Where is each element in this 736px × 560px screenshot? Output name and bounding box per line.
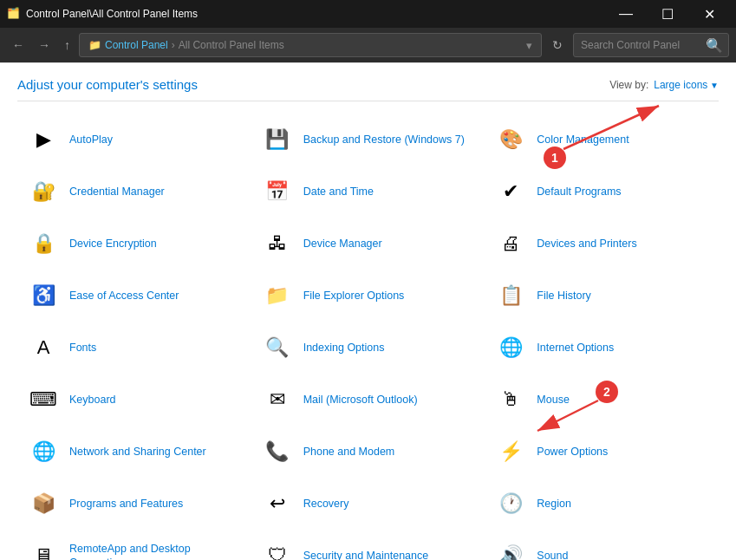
- device-encryption-icon: 🔒: [26, 226, 61, 261]
- device-manager-label: Device Manager: [303, 237, 382, 251]
- search-box[interactable]: 🔍: [573, 33, 729, 57]
- security-maintenance-icon: 🛡: [260, 538, 295, 560]
- mouse-label: Mouse: [537, 393, 570, 407]
- title-bar: 🗂️ Control Panel\All Control Panel Items…: [0, 0, 736, 28]
- mouse-icon: 🖱: [493, 382, 528, 417]
- view-by-label: View by:: [609, 79, 648, 91]
- close-button[interactable]: ✕: [689, 0, 729, 28]
- item-devices-printers[interactable]: 🖨Devices and Printers: [485, 219, 719, 268]
- remoteapp-label: RemoteApp and Desktop Connections: [69, 542, 243, 560]
- item-remoteapp[interactable]: 🖥RemoteApp and Desktop Connections: [17, 531, 251, 560]
- programs-features-label: Programs and Features: [69, 497, 183, 511]
- item-power-options[interactable]: ⚡Power Options: [485, 427, 719, 476]
- sound-label: Sound: [537, 549, 568, 560]
- item-backup-restore[interactable]: 💾Backup and Restore (Windows 7): [251, 115, 485, 164]
- power-options-label: Power Options: [537, 445, 608, 459]
- up-button[interactable]: ↑: [59, 35, 75, 55]
- address-bar: ← → ↑ 📁 Control Panel › All Control Pane…: [0, 28, 736, 62]
- keyboard-label: Keyboard: [69, 393, 116, 407]
- item-credential-manager[interactable]: 🔐Credential Manager: [17, 167, 251, 216]
- item-fonts[interactable]: AFonts: [17, 323, 251, 372]
- item-file-explorer-options[interactable]: 📁File Explorer Options: [251, 271, 485, 320]
- item-device-manager[interactable]: 🖧Device Manager: [251, 219, 485, 268]
- device-encryption-label: Device Encryption: [69, 237, 157, 251]
- item-region[interactable]: 🕐Region: [485, 479, 719, 528]
- page-title: Adjust your computer's settings: [17, 77, 198, 92]
- recovery-icon: ↩: [260, 486, 295, 521]
- minimize-button[interactable]: —: [606, 0, 646, 28]
- default-programs-label: Default Programs: [537, 185, 621, 199]
- default-programs-icon: ✔: [493, 174, 528, 209]
- network-sharing-label: Network and Sharing Center: [69, 445, 206, 459]
- network-sharing-icon: 🌐: [26, 434, 61, 469]
- item-sound[interactable]: 🔊Sound: [485, 531, 719, 560]
- items-grid: ▶AutoPlay💾Backup and Restore (Windows 7)…: [17, 115, 719, 560]
- header-row: Adjust your computer's settings View by:…: [17, 77, 719, 101]
- app-icon: 🗂️: [7, 7, 21, 21]
- item-phone-modem[interactable]: 📞Phone and Modem: [251, 427, 485, 476]
- back-button[interactable]: ←: [7, 35, 29, 55]
- item-file-history[interactable]: 📋File History: [485, 271, 719, 320]
- region-label: Region: [537, 497, 571, 511]
- folder-icon: 📁: [88, 39, 101, 51]
- region-icon: 🕐: [493, 486, 528, 521]
- file-history-icon: 📋: [493, 278, 528, 313]
- search-input[interactable]: [581, 39, 702, 51]
- refresh-button[interactable]: ↻: [545, 35, 570, 55]
- item-internet-options[interactable]: 🌐Internet Options: [485, 323, 719, 372]
- devices-printers-icon: 🖨: [493, 226, 528, 261]
- address-input[interactable]: 📁 Control Panel › All Control Panel Item…: [79, 33, 542, 57]
- security-maintenance-label: Security and Maintenance: [303, 549, 429, 560]
- item-ease-of-access[interactable]: ♿Ease of Access Center: [17, 271, 251, 320]
- breadcrumb: 📁 Control Panel › All Control Panel Item…: [88, 39, 284, 51]
- item-default-programs[interactable]: ✔Default Programs: [485, 167, 719, 216]
- breadcrumb-current: All Control Panel Items: [179, 39, 284, 51]
- fonts-icon: A: [26, 330, 61, 365]
- item-programs-features[interactable]: 📦Programs and Features: [17, 479, 251, 528]
- view-by-control[interactable]: View by: Large icons: [609, 79, 719, 91]
- item-color-management[interactable]: 🎨Color Management: [485, 115, 719, 164]
- device-manager-icon: 🖧: [260, 226, 295, 261]
- item-keyboard[interactable]: ⌨Keyboard: [17, 375, 251, 424]
- date-time-icon: 📅: [260, 174, 295, 209]
- item-mouse[interactable]: 🖱Mouse: [485, 375, 719, 424]
- recovery-label: Recovery: [303, 497, 349, 511]
- mail-label: Mail (Microsoft Outlook): [303, 393, 418, 407]
- item-network-sharing[interactable]: 🌐Network and Sharing Center: [17, 427, 251, 476]
- file-explorer-options-icon: 📁: [260, 278, 295, 313]
- internet-options-label: Internet Options: [537, 341, 614, 355]
- dropdown-button[interactable]: ▾: [526, 39, 532, 52]
- item-autoplay[interactable]: ▶AutoPlay: [17, 115, 251, 164]
- credential-manager-label: Credential Manager: [69, 185, 165, 199]
- item-mail[interactable]: ✉Mail (Microsoft Outlook): [251, 375, 485, 424]
- fonts-label: Fonts: [69, 341, 96, 355]
- credential-manager-icon: 🔐: [26, 174, 61, 209]
- ease-of-access-label: Ease of Access Center: [69, 289, 179, 303]
- window-title: Control Panel\All Control Panel Items: [26, 8, 606, 20]
- date-time-label: Date and Time: [303, 185, 374, 199]
- indexing-options-icon: 🔍: [260, 330, 295, 365]
- forward-button[interactable]: →: [33, 35, 55, 55]
- maximize-button[interactable]: ☐: [648, 0, 687, 28]
- search-icon: 🔍: [706, 37, 723, 54]
- file-explorer-options-label: File Explorer Options: [303, 289, 405, 303]
- autoplay-label: AutoPlay: [69, 133, 113, 147]
- backup-restore-label: Backup and Restore (Windows 7): [303, 133, 465, 147]
- phone-modem-icon: 📞: [260, 434, 295, 469]
- item-indexing-options[interactable]: 🔍Indexing Options: [251, 323, 485, 372]
- phone-modem-label: Phone and Modem: [303, 445, 395, 459]
- item-device-encryption[interactable]: 🔒Device Encryption: [17, 219, 251, 268]
- item-security-maintenance[interactable]: 🛡Security and Maintenance: [251, 531, 485, 560]
- sound-icon: 🔊: [493, 538, 528, 560]
- backup-restore-icon: 💾: [260, 122, 295, 157]
- main-content: Adjust your computer's settings View by:…: [0, 62, 736, 560]
- keyboard-icon: ⌨: [26, 382, 61, 417]
- item-date-time[interactable]: 📅Date and Time: [251, 167, 485, 216]
- breadcrumb-control-panel[interactable]: Control Panel: [105, 39, 168, 51]
- color-management-icon: 🎨: [493, 122, 528, 157]
- mail-icon: ✉: [260, 382, 295, 417]
- item-recovery[interactable]: ↩Recovery: [251, 479, 485, 528]
- autoplay-icon: ▶: [26, 122, 61, 157]
- power-options-icon: ⚡: [493, 434, 528, 469]
- view-by-value[interactable]: Large icons: [654, 79, 719, 91]
